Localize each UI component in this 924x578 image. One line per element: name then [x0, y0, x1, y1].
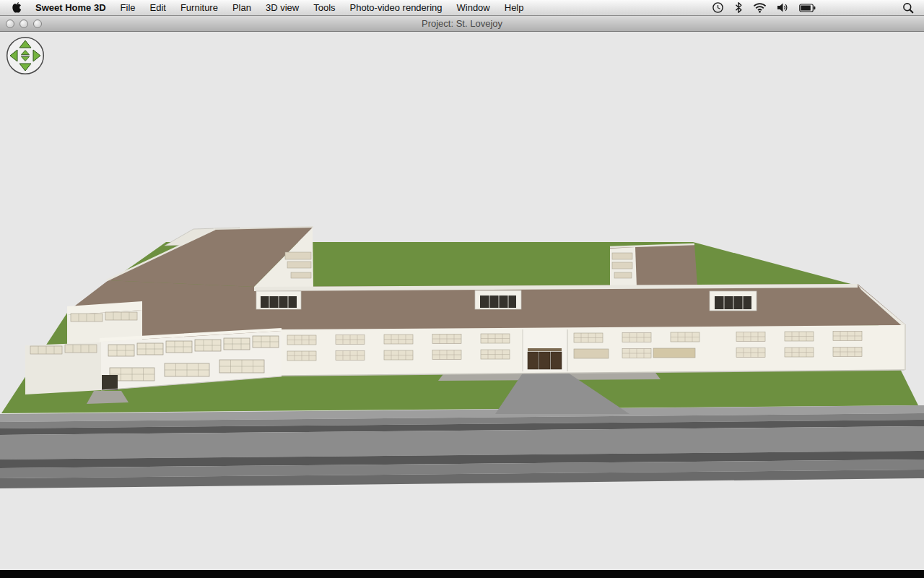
- entrance-door: [551, 352, 562, 369]
- menu-edit[interactable]: Edit: [143, 2, 173, 13]
- menubar: Sweet Home 3D File Edit Furniture Plan 3…: [0, 0, 924, 16]
- 3d-viewport[interactable]: [0, 32, 924, 570]
- apple-logo-icon: [12, 1, 22, 14]
- left-entrance-door: [102, 375, 118, 390]
- clock-icon[interactable]: [712, 1, 724, 14]
- menubar-status-area: [712, 1, 920, 14]
- apple-menu[interactable]: [12, 1, 22, 14]
- volume-icon[interactable]: [777, 2, 789, 13]
- main-entrance: [523, 329, 567, 371]
- window-title: Project: St. Lovejoy: [0, 18, 924, 29]
- spotlight-icon[interactable]: [902, 2, 914, 14]
- window-controls: [6, 20, 42, 28]
- menu-plan[interactable]: Plan: [225, 2, 258, 13]
- roof-porch-2: [475, 290, 521, 309]
- bluetooth-icon[interactable]: [734, 1, 743, 14]
- menu-furniture[interactable]: Furniture: [173, 2, 225, 13]
- zoom-button[interactable]: [33, 20, 42, 28]
- 3d-scene[interactable]: [0, 32, 924, 570]
- minimize-button[interactable]: [19, 20, 28, 28]
- roof-porch-3: [710, 291, 757, 311]
- entrance-door: [539, 352, 550, 369]
- menu-3d-view[interactable]: 3D view: [258, 2, 306, 13]
- entrance-door: [528, 352, 539, 369]
- wall-mural: [574, 349, 609, 358]
- desktop: Sweet Home 3D File Edit Furniture Plan 3…: [0, 0, 924, 578]
- menu-photo-video-rendering[interactable]: Photo-video rendering: [343, 2, 450, 13]
- wall-mural: [653, 348, 695, 358]
- menu-window[interactable]: Window: [450, 2, 497, 13]
- app-menu-title[interactable]: Sweet Home 3D: [28, 2, 113, 13]
- desktop-edge: [0, 570, 924, 578]
- menu-file[interactable]: File: [113, 2, 143, 13]
- menu-tools[interactable]: Tools: [306, 2, 342, 13]
- battery-icon[interactable]: [799, 4, 816, 12]
- menu-help[interactable]: Help: [497, 2, 531, 13]
- wifi-icon[interactable]: [753, 2, 767, 13]
- street: [0, 405, 924, 488]
- window-titlebar[interactable]: Project: St. Lovejoy: [0, 16, 924, 32]
- compass-center-bar: [21, 55, 30, 56]
- roof-porch-1: [256, 291, 301, 309]
- camera-navigation-compass[interactable]: [6, 36, 45, 75]
- close-button[interactable]: [6, 20, 14, 28]
